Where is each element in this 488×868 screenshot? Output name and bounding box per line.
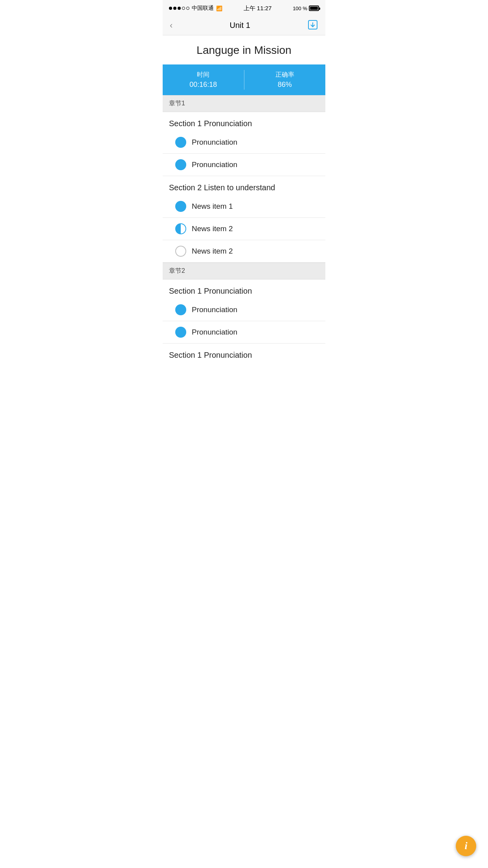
time-label: 时间 (163, 71, 244, 79)
signal-dots (169, 7, 189, 10)
section-title-section2: Section 2 Listen to understand (163, 176, 325, 195)
dot-5 (186, 7, 189, 10)
status-right: 100 % (293, 6, 319, 11)
status-left: 中国联通 📶 (169, 5, 222, 12)
battery-icon (309, 6, 319, 11)
back-button[interactable]: ‹ (170, 21, 172, 30)
battery-percent: 100 % (293, 6, 307, 11)
item-icon-full (175, 137, 186, 148)
accuracy-value: 86% (244, 81, 326, 89)
item-icon-full (175, 159, 186, 170)
carrier-label: 中国联通 (192, 5, 214, 12)
nav-bar: ‹ Unit 1 (163, 16, 325, 35)
dot-1 (169, 7, 172, 10)
accuracy-label: 正确率 (244, 71, 326, 79)
item-label: Pronunciation (192, 138, 237, 147)
nav-title: Unit 1 (230, 21, 250, 30)
status-time: 上午 11:27 (244, 5, 272, 12)
section-title-section1: Section 1 Pronunciation (163, 112, 325, 131)
chapter-header-chapter2: 章节2 (163, 263, 325, 280)
item-label: Pronunciation (192, 328, 237, 337)
section-title-section3: Section 1 Pronunciation (163, 280, 325, 299)
page-title: Languge in Mission (163, 35, 325, 64)
wifi-icon: 📶 (216, 6, 222, 11)
list-item[interactable]: Pronunciation (163, 131, 325, 154)
stat-accuracy: 正确率 86% (244, 71, 326, 89)
download-button[interactable] (307, 19, 318, 32)
list-item[interactable]: Pronunciation (163, 321, 325, 344)
chapter-header-chapter1: 章节1 (163, 95, 325, 112)
item-icon-half (175, 223, 186, 234)
item-label: News item 2 (192, 247, 233, 256)
item-icon-full (175, 327, 186, 338)
list-item[interactable]: News item 2 (163, 218, 325, 240)
item-icon-full (175, 201, 186, 212)
list-item[interactable]: Pronunciation (163, 154, 325, 176)
time-value: 00:16:18 (163, 81, 244, 89)
item-icon-empty (175, 246, 186, 257)
dot-4 (182, 7, 185, 10)
item-label: News item 1 (192, 202, 233, 211)
content-scroll: 章节1Section 1 PronunciationPronunciationP… (163, 95, 325, 363)
item-label: News item 2 (192, 224, 233, 233)
stats-bar: 时间 00:16:18 正确率 86% (163, 64, 325, 95)
stat-time: 时间 00:16:18 (163, 71, 244, 89)
dot-3 (178, 7, 181, 10)
list-item[interactable]: News item 2 (163, 240, 325, 263)
item-label: Pronunciation (192, 160, 237, 169)
section-title-section4: Section 1 Pronunciation (163, 344, 325, 363)
item-icon-full (175, 304, 186, 315)
list-item[interactable]: News item 1 (163, 195, 325, 218)
list-item[interactable]: Pronunciation (163, 299, 325, 321)
item-label: Pronunciation (192, 305, 237, 314)
dot-2 (173, 7, 176, 10)
status-bar: 中国联通 📶 上午 11:27 100 % (163, 0, 325, 16)
